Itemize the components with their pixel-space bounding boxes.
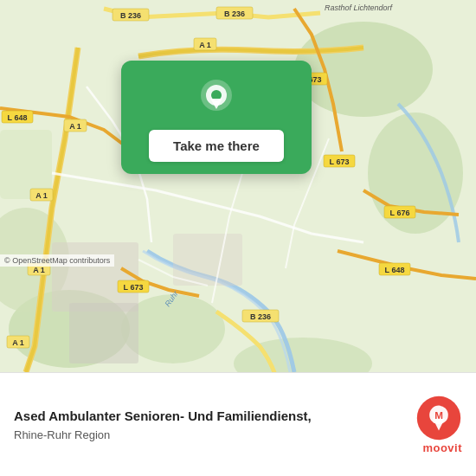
svg-text:L 648: L 648 (8, 113, 28, 122)
svg-text:A 1: A 1 (35, 191, 48, 200)
svg-text:B 236: B 236 (120, 11, 141, 20)
moovit-label: moovit (422, 441, 462, 454)
svg-text:B 236: B 236 (250, 312, 271, 321)
svg-text:M: M (434, 409, 443, 421)
info-text: Ased Ambulanter Senioren- Und Familiendi… (14, 408, 405, 441)
location-pin-icon (195, 76, 238, 119)
svg-text:L 648: L 648 (385, 266, 405, 274)
svg-rect-8 (52, 242, 138, 312)
svg-text:A 1: A 1 (199, 41, 211, 49)
svg-text:A 1: A 1 (69, 122, 81, 131)
svg-rect-9 (69, 303, 138, 363)
moovit-icon: M (415, 395, 462, 441)
svg-text:A 1: A 1 (33, 266, 45, 274)
svg-text:L 673: L 673 (330, 158, 350, 166)
info-bar: Ased Ambulanter Senioren- Und Familiendi… (0, 372, 476, 476)
svg-text:B 236: B 236 (224, 10, 245, 18)
take-me-there-button[interactable]: Take me there (149, 130, 284, 162)
osm-attribution: © OpenStreetMap contributors (0, 254, 114, 267)
svg-text:L 673: L 673 (124, 283, 144, 292)
location-card: Take me there (121, 61, 312, 174)
business-region: Rhine-Ruhr Region (14, 428, 405, 441)
business-name: Ased Ambulanter Senioren- Und Familiendi… (14, 408, 405, 425)
svg-rect-10 (173, 234, 242, 286)
map-svg: B 236 B 236 B 236 A 1 A 1 A 1 A 1 A 1 L … (0, 0, 476, 372)
moovit-logo: M moovit (415, 395, 462, 454)
svg-text:A 1: A 1 (12, 338, 24, 347)
map-container: B 236 B 236 B 236 A 1 A 1 A 1 A 1 A 1 L … (0, 0, 476, 372)
svg-text:L 676: L 676 (390, 209, 410, 217)
svg-point-1 (294, 22, 433, 117)
svg-text:Rasthof Lichtendorf: Rasthof Lichtendorf (325, 3, 394, 12)
